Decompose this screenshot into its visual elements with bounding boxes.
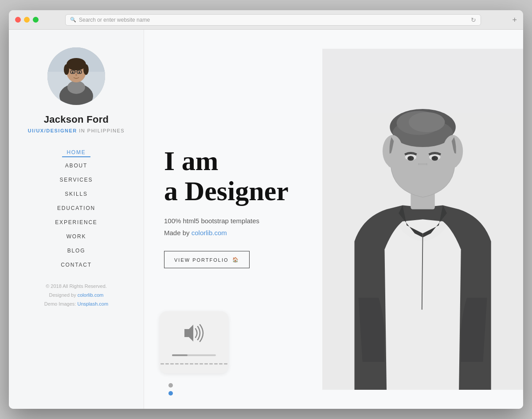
main-content: I am a Designer 100% html5 bootstrap tem… bbox=[144, 30, 523, 409]
url-bar[interactable]: 🔍 Search or enter website name ↻ bbox=[65, 14, 481, 26]
nav-link-skills[interactable]: SKILLS bbox=[51, 188, 102, 200]
nav-item-education[interactable]: EDUCATION bbox=[51, 202, 102, 214]
person-title-highlight: UI/UX/DESIGNER bbox=[28, 128, 77, 133]
hero-subtext-line1: 100% html5 bootstrap templates bbox=[164, 217, 259, 225]
slide-dots bbox=[168, 383, 173, 396]
designed-by: Designed by colorlib.com bbox=[44, 291, 108, 300]
volume-tick bbox=[185, 363, 188, 365]
browser-titlebar: 🔍 Search or enter website name ↻ + bbox=[9, 10, 523, 30]
slide-dot-2[interactable] bbox=[168, 391, 173, 396]
search-icon: 🔍 bbox=[70, 17, 76, 23]
nav-item-blog[interactable]: BLOG bbox=[51, 245, 102, 256]
nav-link-blog[interactable]: BLOG bbox=[51, 245, 102, 256]
volume-tick bbox=[180, 363, 184, 365]
refresh-button[interactable]: ↻ bbox=[471, 16, 476, 23]
new-tab-button[interactable]: + bbox=[512, 16, 517, 24]
volume-ticks bbox=[160, 363, 227, 365]
volume-tick bbox=[165, 363, 169, 365]
hero-text: I am a Designer 100% html5 bootstrap tem… bbox=[164, 146, 289, 268]
nav-item-contact[interactable]: CONTACT bbox=[51, 259, 102, 271]
svg-point-8 bbox=[83, 64, 89, 75]
hero-heading-line2: a Designer bbox=[164, 176, 289, 206]
close-button[interactable] bbox=[15, 17, 21, 23]
browser-window: 🔍 Search or enter website name ↻ + bbox=[9, 10, 523, 409]
svg-point-7 bbox=[64, 64, 69, 75]
svg-point-6 bbox=[66, 58, 86, 70]
colorlib-hero-link[interactable]: colorlib.com bbox=[192, 229, 227, 237]
svg-point-14 bbox=[75, 74, 77, 76]
nav-link-experience[interactable]: EXPERIENCE bbox=[51, 217, 102, 228]
volume-tick bbox=[224, 363, 227, 365]
nav-item-services[interactable]: SERVICES bbox=[51, 174, 102, 186]
hero-heading: I am a Designer bbox=[164, 146, 289, 206]
nav-item-home[interactable]: HOME bbox=[51, 147, 102, 157]
nav-item-work[interactable]: WORK bbox=[51, 231, 102, 242]
volume-tick bbox=[160, 363, 164, 365]
person-name: Jackson Ford bbox=[44, 114, 109, 125]
sidebar-nav: HOME ABOUT SERVICES SKILLS EDUCATION EXP… bbox=[51, 147, 102, 273]
nav-item-about[interactable]: ABOUT bbox=[51, 160, 102, 171]
nav-item-skills[interactable]: SKILLS bbox=[51, 188, 102, 200]
volume-tick bbox=[200, 363, 203, 365]
nav-link-services[interactable]: SERVICES bbox=[51, 174, 102, 186]
svg-rect-34 bbox=[322, 49, 523, 390]
sidebar: Jackson Ford UI/UX/DESIGNER IN PHILIPPIN… bbox=[9, 30, 144, 409]
minimize-button[interactable] bbox=[24, 17, 30, 23]
volume-tick bbox=[219, 363, 223, 365]
person-title: UI/UX/DESIGNER IN PHILIPPINES bbox=[28, 128, 125, 133]
nav-link-education[interactable]: EDUCATION bbox=[51, 202, 102, 214]
person-title-rest: IN PHILIPPINES bbox=[77, 128, 125, 133]
copyright-text: © 2018 All Rights Reserved. bbox=[44, 282, 108, 291]
hero-person-image bbox=[322, 49, 523, 390]
portfolio-icon: 🏠 bbox=[232, 257, 239, 263]
nav-link-work[interactable]: WORK bbox=[51, 231, 102, 242]
nav-item-experience[interactable]: EXPERIENCE bbox=[51, 217, 102, 228]
page-content: Jackson Ford UI/UX/DESIGNER IN PHILIPPIN… bbox=[9, 30, 523, 409]
svg-marker-35 bbox=[184, 325, 193, 341]
hero-subtext: 100% html5 bootstrap templates Made by c… bbox=[164, 215, 289, 239]
unsplash-link[interactable]: Unsplash.com bbox=[77, 301, 108, 306]
sidebar-footer: © 2018 All Rights Reserved. Designed by … bbox=[44, 282, 108, 308]
url-placeholder: Search or enter website name bbox=[79, 17, 150, 23]
nav-menu: HOME ABOUT SERVICES SKILLS EDUCATION EXP… bbox=[51, 147, 102, 271]
svg-point-12 bbox=[72, 71, 74, 73]
nav-link-about[interactable]: ABOUT bbox=[51, 160, 102, 171]
hero-heading-line1: I am bbox=[164, 146, 218, 176]
volume-tick bbox=[204, 363, 208, 365]
svg-point-4 bbox=[67, 81, 85, 94]
sound-icon bbox=[181, 322, 207, 348]
view-portfolio-button[interactable]: VIEW PORTFOLIO 🏠 bbox=[164, 251, 250, 268]
nav-link-contact[interactable]: CONTACT bbox=[51, 259, 102, 271]
avatar bbox=[47, 47, 105, 105]
volume-tick bbox=[175, 363, 179, 365]
volume-tick bbox=[190, 363, 193, 365]
hero-subtext-line2: Made by bbox=[164, 229, 192, 237]
slide-dot-1[interactable] bbox=[168, 383, 173, 388]
sound-widget[interactable] bbox=[160, 311, 228, 373]
volume-tick bbox=[209, 363, 213, 365]
svg-point-13 bbox=[78, 71, 80, 73]
maximize-button[interactable] bbox=[33, 17, 39, 23]
volume-tick bbox=[214, 363, 218, 365]
cta-label: VIEW PORTFOLIO bbox=[174, 257, 229, 262]
volume-bar[interactable] bbox=[172, 354, 216, 356]
colorlib-link-footer[interactable]: colorlib.com bbox=[78, 292, 104, 298]
volume-tick bbox=[195, 363, 198, 365]
volume-fill bbox=[172, 354, 188, 356]
nav-link-home[interactable]: HOME bbox=[62, 147, 90, 157]
traffic-lights bbox=[15, 17, 39, 23]
volume-tick bbox=[170, 363, 174, 365]
hero-photo bbox=[277, 30, 523, 409]
demo-images: Demo Images: Unsplash.com bbox=[44, 300, 108, 309]
